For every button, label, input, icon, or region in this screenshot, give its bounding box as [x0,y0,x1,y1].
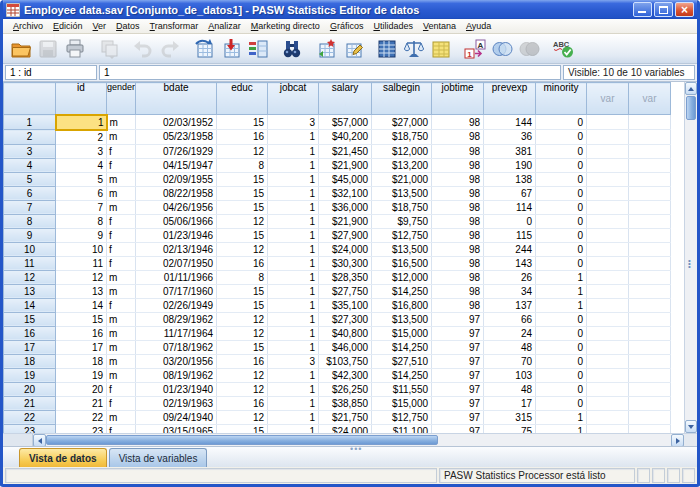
cell-var1-row1[interactable] [587,115,629,130]
cell-jobcat-row11[interactable]: 1 [268,256,319,270]
cell-jobcat-row10[interactable]: 1 [268,242,319,256]
cell-salbegin-row9[interactable]: $12,750 [372,228,432,242]
cell-gender-row15[interactable]: m [107,312,136,326]
row-number-20[interactable]: 20 [4,382,56,396]
cell-minority-row16[interactable]: 0 [536,326,587,340]
cell-salbegin-row4[interactable]: $13,200 [372,158,432,172]
cell-salary-row21[interactable]: $38,850 [319,396,372,410]
row-number-19[interactable]: 19 [4,368,56,382]
cell-var1-row11[interactable] [587,256,629,270]
variables-button[interactable] [244,36,271,62]
cell-var2-row13[interactable] [629,284,671,298]
cell-jobcat-row9[interactable]: 1 [268,228,319,242]
cell-gender-row8[interactable]: f [107,214,136,228]
cell-jobtime-row14[interactable]: 98 [432,298,484,312]
cell-salary-row15[interactable]: $27,300 [319,312,372,326]
cell-minority-row1[interactable]: 0 [536,115,587,130]
cell-salary-row8[interactable]: $21,900 [319,214,372,228]
cell-jobtime-row9[interactable]: 98 [432,228,484,242]
cell-jobcat-row15[interactable]: 1 [268,312,319,326]
cell-bdate-row22[interactable]: 09/24/1940 [136,410,217,424]
cell-id-row18[interactable]: 18 [56,354,107,368]
cell-educ-row2[interactable]: 16 [217,130,268,145]
use-variable-sets-button[interactable] [488,36,515,62]
cell-minority-row11[interactable]: 0 [536,256,587,270]
cell-gender-row19[interactable]: m [107,368,136,382]
cell-var1-row21[interactable] [587,396,629,410]
cell-var2-row14[interactable] [629,298,671,312]
cell-jobcat-row2[interactable]: 1 [268,130,319,145]
cell-jobtime-row15[interactable]: 97 [432,312,484,326]
cell-jobcat-row7[interactable]: 1 [268,200,319,214]
cell-var1-row23[interactable] [587,424,629,433]
cell-var1-row4[interactable] [587,158,629,172]
cell-gender-row16[interactable]: m [107,326,136,340]
cell-jobtime-row21[interactable]: 97 [432,396,484,410]
menu-transformar[interactable]: Transformar [145,21,204,31]
cell-var1-row17[interactable] [587,340,629,354]
cell-minority-row22[interactable]: 1 [536,410,587,424]
cell-educ-row20[interactable]: 12 [217,382,268,396]
cell-bdate-row7[interactable]: 04/26/1956 [136,200,217,214]
cell-salary-row1[interactable]: $57,000 [319,115,372,130]
cell-id-row22[interactable]: 22 [56,410,107,424]
menu-analizar[interactable]: Analizar [203,21,246,31]
cell-educ-row19[interactable]: 12 [217,368,268,382]
cell-bdate-row10[interactable]: 02/13/1946 [136,242,217,256]
cell-jobtime-row7[interactable]: 98 [432,200,484,214]
cell-id-row9[interactable]: 9 [56,228,107,242]
cell-minority-row3[interactable]: 0 [536,144,587,158]
cell-jobtime-row6[interactable]: 98 [432,186,484,200]
cell-jobtime-row18[interactable]: 97 [432,354,484,368]
cell-salbegin-row8[interactable]: $9,750 [372,214,432,228]
cell-id-row21[interactable]: 21 [56,396,107,410]
cell-gender-row3[interactable]: f [107,144,136,158]
cell-jobcat-row16[interactable]: 1 [268,326,319,340]
cell-salbegin-row14[interactable]: $16,800 [372,298,432,312]
cell-bdate-row16[interactable]: 11/17/1964 [136,326,217,340]
vertical-scroll-thumb[interactable] [686,96,696,120]
cell-salbegin-row21[interactable]: $15,000 [372,396,432,410]
cell-gender-row1[interactable]: m [107,115,136,130]
cell-jobcat-row4[interactable]: 1 [268,158,319,172]
cell-prevexp-row9[interactable]: 115 [484,228,536,242]
cell-var1-row13[interactable] [587,284,629,298]
value-labels-button[interactable]: 1A [461,36,488,62]
cell-prevexp-row14[interactable]: 137 [484,298,536,312]
cell-salary-row3[interactable]: $21,450 [319,144,372,158]
horizontal-scroll-thumb[interactable] [46,435,438,445]
cell-var2-row17[interactable] [629,340,671,354]
cell-var2-row3[interactable] [629,144,671,158]
cell-jobcat-row20[interactable]: 1 [268,382,319,396]
vertical-scrollbar[interactable] [684,82,697,433]
cell-jobtime-row12[interactable]: 98 [432,270,484,284]
cell-minority-row12[interactable]: 1 [536,270,587,284]
cell-id-row7[interactable]: 7 [56,200,107,214]
cell-bdate-row6[interactable]: 08/22/1958 [136,186,217,200]
cell-salbegin-row1[interactable]: $27,000 [372,115,432,130]
cell-minority-row2[interactable]: 0 [536,130,587,145]
cell-id-row3[interactable]: 3 [56,144,107,158]
menu-datos[interactable]: Datos [111,21,145,31]
cell-educ-row5[interactable]: 15 [217,172,268,186]
cell-var1-row22[interactable] [587,410,629,424]
menu-ventana[interactable]: Ventana [418,21,461,31]
cell-jobcat-row6[interactable]: 1 [268,186,319,200]
column-header-jobcat[interactable]: jobcat [268,83,319,115]
cell-jobcat-row3[interactable]: 1 [268,144,319,158]
cell-salbegin-row19[interactable]: $14,250 [372,368,432,382]
cell-var2-row11[interactable] [629,256,671,270]
cell-educ-row6[interactable]: 15 [217,186,268,200]
cell-bdate-row3[interactable]: 07/26/1929 [136,144,217,158]
cell-id-row13[interactable]: 13 [56,284,107,298]
horizontal-scroll-track[interactable] [438,434,671,446]
cell-prevexp-row15[interactable]: 66 [484,312,536,326]
cell-jobcat-row14[interactable]: 1 [268,298,319,312]
cell-salary-row16[interactable]: $40,800 [319,326,372,340]
cell-var1-row5[interactable] [587,172,629,186]
cell-bdate-row23[interactable]: 03/15/1965 [136,424,217,433]
cell-educ-row23[interactable]: 15 [217,424,268,433]
cell-prevexp-row12[interactable]: 26 [484,270,536,284]
cell-prevexp-row20[interactable]: 48 [484,382,536,396]
select-cases-button[interactable] [427,36,454,62]
